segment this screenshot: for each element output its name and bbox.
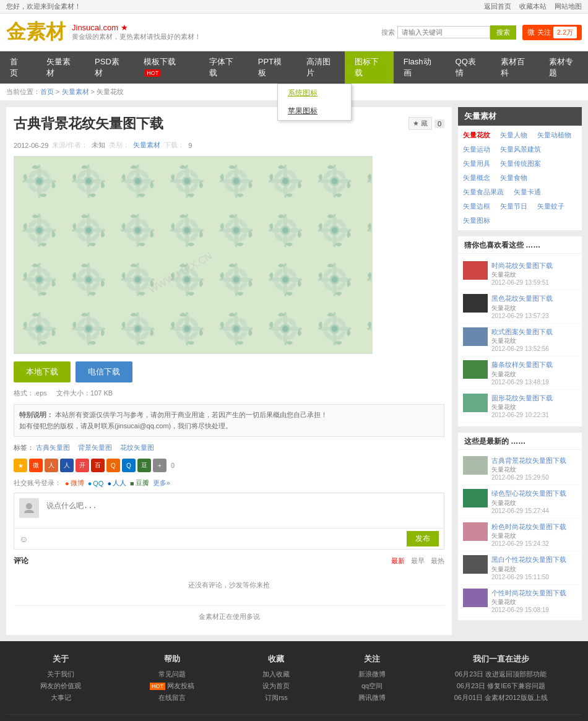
sidebar-tag-5[interactable]: 矢量用具 (458, 157, 495, 171)
nav-home[interactable]: 首 页 (0, 51, 37, 84)
top-link-favorite[interactable]: 收藏本站 (519, 2, 547, 10)
recommend-link-2[interactable]: 欧式图案矢量图下载 (491, 328, 553, 335)
nav-flash[interactable]: Flash动画 (394, 51, 446, 84)
footer-collect: 收藏 加入收藏 设为首页 订阅rss (262, 654, 290, 705)
nav-icon[interactable]: 图标下载 (345, 51, 394, 84)
recommend-link-1[interactable]: 黑色花纹矢量图下载 (491, 295, 553, 302)
tab-hottest[interactable]: 最热 (431, 556, 444, 566)
email-download-button[interactable]: 电信下载 (76, 361, 132, 382)
footer-progress-2[interactable]: 06月01日 金素材2012版版上线 (454, 693, 548, 702)
sidebar-tag-2[interactable]: 矢量动植物 (532, 128, 576, 142)
fav-button[interactable]: ★ 藏 (409, 117, 432, 130)
submit-comment-button[interactable]: 发布 (407, 531, 439, 546)
sidebar-vector-section: 矢量素材 矢量花纹 矢量人物 矢量动植物 矢量运动 矢量风景建筑 矢量用具 矢量… (458, 107, 582, 230)
share-qq2-icon[interactable]: Q (122, 459, 136, 472)
tab-latest[interactable]: 最新 (391, 556, 405, 566)
sidebar-tag-8[interactable]: 矢量食物 (495, 171, 532, 185)
footer-help-1[interactable]: HOT 网友投稿 (150, 681, 194, 691)
breadcrumb-home[interactable]: 首页 (40, 88, 54, 95)
recommend-link-3[interactable]: 藤条纹样矢量图下载 (491, 361, 553, 368)
share-douban-icon[interactable]: 豆 (137, 459, 151, 472)
fav-label: 藏 (421, 119, 428, 128)
social-qq-link[interactable]: ●QQ (88, 480, 104, 487)
footer-help-2[interactable]: 在线留言 (150, 693, 194, 702)
social-more-link[interactable]: 更多» (153, 478, 170, 488)
sidebar-tag-13[interactable]: 矢量蚊子 (532, 199, 569, 214)
nav-font[interactable]: 字体下载 (199, 51, 248, 84)
recommend-info-4: 圆形花纹矢量图下载 矢量花纹 2012-06-29 10:22:31 (491, 394, 577, 418)
sidebar-tag-0[interactable]: 矢量花纹 (458, 128, 495, 142)
nav-vector[interactable]: 矢量素材 (37, 51, 85, 84)
social-renren-link[interactable]: ●人人 (107, 478, 126, 488)
nav-ppt[interactable]: PPT模板 (248, 51, 296, 84)
sidebar-tag-7[interactable]: 矢量概念 (458, 171, 495, 185)
latest-link-4[interactable]: 个性时尚花纹矢量图下载 (491, 589, 566, 597)
footer-help-0[interactable]: 常见问题 (150, 670, 194, 679)
recommend-link-0[interactable]: 时尚花纹矢量图下载 (491, 262, 553, 269)
tag-2[interactable]: 花纹矢量图 (120, 444, 154, 451)
latest-link-0[interactable]: 古典背景花纹矢量图下载 (491, 457, 566, 464)
sidebar-tag-6[interactable]: 矢量传统图案 (495, 157, 546, 171)
footer-progress-0[interactable]: 06月23日 改进返回顶部部功能 (454, 670, 548, 679)
share-more-icon[interactable]: + (153, 459, 166, 472)
footer-collect-0[interactable]: 加入收藏 (262, 670, 290, 679)
tab-earliest[interactable]: 最早 (411, 556, 425, 566)
sidebar-tag-1[interactable]: 矢量人物 (495, 128, 532, 142)
top-link-home[interactable]: 返回首页 (484, 2, 511, 10)
share-qqzone-icon[interactable]: Q (106, 459, 120, 472)
nav-hd[interactable]: 高清图片 (296, 51, 345, 84)
weibo-follow-btn[interactable]: 微 关注 2.2万 (522, 25, 582, 40)
comment-input[interactable] (44, 498, 439, 523)
footer-progress-1[interactable]: 06月23日 修复IE6下兼容问题 (454, 681, 548, 691)
recommend-link-4[interactable]: 圆形花纹矢量图下载 (491, 394, 553, 402)
footer-follow-0[interactable]: 新浪微博 (358, 670, 386, 679)
share-favorite-icon[interactable]: ★ (14, 459, 27, 472)
search-input[interactable] (397, 26, 490, 38)
share-renren-icon[interactable]: 人 (60, 459, 74, 472)
footer-about-2[interactable]: 大事记 (40, 693, 81, 702)
footer-collect-1[interactable]: 设为首页 (262, 681, 290, 691)
recommend-cat-2: 矢量花纹 (491, 337, 577, 345)
star-icon: ★ (413, 119, 419, 127)
nav-wiki[interactable]: 素材百科 (491, 51, 540, 84)
social-weibo-link[interactable]: ●微博 (65, 478, 84, 488)
article-category[interactable]: 矢量素材 (133, 140, 160, 150)
footer-follow-2[interactable]: 腾讯微博 (358, 693, 386, 702)
sidebar-tag-10[interactable]: 矢量卡通 (509, 185, 546, 199)
share-tieba-icon[interactable]: 人 (45, 459, 58, 472)
top-link-sitemap[interactable]: 网站地图 (555, 2, 582, 10)
nav-qq[interactable]: QQ表情 (446, 51, 491, 84)
latest-link-3[interactable]: 黑白个性花纹矢量图下载 (491, 556, 566, 563)
sidebar-tag-3[interactable]: 矢量运动 (458, 142, 495, 157)
sidebar-tag-11[interactable]: 矢量边框 (458, 199, 495, 214)
footer-about-0[interactable]: 关于我们 (40, 670, 81, 679)
tag-1[interactable]: 背景矢量图 (78, 444, 112, 451)
latest-link-1[interactable]: 绿色型心花纹矢量图下载 (491, 490, 566, 497)
nav-special[interactable]: 素材专题 (539, 51, 588, 84)
social-douban-link[interactable]: ■豆瓣 (130, 478, 149, 488)
share-baidu-icon[interactable]: 百 (91, 459, 105, 472)
sidebar-tag-12[interactable]: 矢量节日 (495, 199, 532, 214)
latest-date-3: 2012-06-29 15:11:50 (491, 574, 577, 581)
share-kaixin-icon[interactable]: 开 (76, 459, 89, 472)
tag-0[interactable]: 古典矢量图 (36, 444, 70, 451)
nav-template[interactable]: 模板下载 HOT (134, 51, 199, 84)
dropdown-system-icon[interactable]: 系统图标 (278, 84, 351, 102)
tags-label: 标签： (14, 444, 34, 451)
footer-follow-1[interactable]: qq空间 (358, 681, 386, 691)
sidebar-tag-9[interactable]: 矢量食品果蔬 (458, 185, 509, 199)
nav-psd[interactable]: PSD素材 (85, 51, 134, 84)
local-download-button[interactable]: 本地下载 (14, 361, 71, 382)
search-button[interactable]: 搜索 (490, 25, 516, 40)
share-weibo-icon[interactable]: 微 (29, 459, 43, 472)
emoji-icon[interactable]: ☺ (19, 534, 28, 544)
latest-link-2[interactable]: 粉色时尚花纹矢量图下载 (491, 523, 566, 530)
sidebar-tag-14[interactable]: 矢量图标 (458, 214, 495, 228)
logo[interactable]: 金素材 (6, 19, 66, 46)
footer-about-1[interactable]: 网友的价值观 (40, 681, 81, 691)
comment-footer: ☺ 发布 (14, 528, 444, 549)
dropdown-apple-icon[interactable]: 苹果图标 (278, 102, 351, 120)
footer-collect-2[interactable]: 订阅rss (262, 693, 290, 702)
sidebar-tag-4[interactable]: 矢量风景建筑 (495, 142, 546, 157)
breadcrumb-vector[interactable]: 矢量素材 (62, 88, 89, 95)
